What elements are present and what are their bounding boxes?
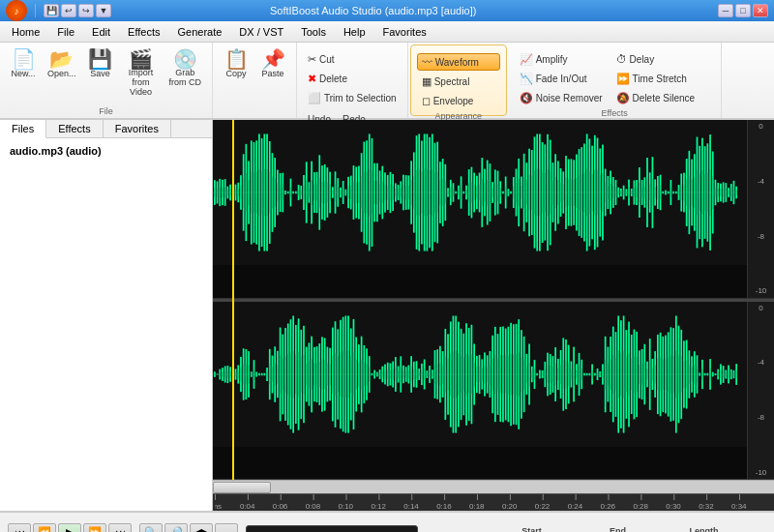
delete-button[interactable]: ✖ Delete xyxy=(303,70,402,87)
menu-effects[interactable]: Effects xyxy=(120,23,167,41)
db-10-label-2: -10 xyxy=(756,468,767,477)
open-button[interactable]: 📂 Open... xyxy=(43,46,81,81)
window-title: SoftIBoost Audio Studio (audio.mp3 [audi… xyxy=(270,5,476,16)
titlebar-left: ♪ 💾 ↩ ↪ ▼ SoftIBoost Audio Studio (audio… xyxy=(6,0,476,21)
transport-buttons: ⏮ ⏪ ▶ ⏩ ⏭ ⏹ ⏸ ⏺ ⏮ ⏭ xyxy=(8,523,132,533)
import-button[interactable]: 🎬 Importfrom Video xyxy=(120,46,163,101)
ribbon-effects-section: 📈 Amplify 📉 Fade In/Out 🔇 Noise Remover … xyxy=(509,43,722,118)
fast-forward-button[interactable]: ⏩ xyxy=(83,523,106,533)
menu-file[interactable]: File xyxy=(49,23,82,41)
zoom-out-button[interactable]: 🔎 xyxy=(164,523,188,533)
menu-edit[interactable]: Edit xyxy=(84,23,118,41)
import-icon: 🎬 xyxy=(129,49,153,69)
ribbon: 📄 New... 📂 Open... 💾 Save 🎬 Importfrom V… xyxy=(0,43,774,120)
ribbon-clipboard-buttons: 📋 Copy 📌 Paste xyxy=(219,46,290,114)
new-button[interactable]: 📄 New... xyxy=(6,46,41,81)
panel-tabs: Files Effects Favorites xyxy=(0,120,212,138)
ribbon-appearance-section: 〰 Waveform ▦ Spectral ◻ Envelope Appeara… xyxy=(410,44,507,116)
amplify-button[interactable]: 📈 Amplify xyxy=(515,50,608,68)
ribbon-file-section: 📄 New... 📂 Open... 💾 Save 🎬 Importfrom V… xyxy=(0,43,213,118)
grab-icon: 💿 xyxy=(173,49,197,69)
titlebar: ♪ 💾 ↩ ↪ ▼ SoftIBoost Audio Studio (audio… xyxy=(0,0,774,21)
transport-bar: ⏮ ⏪ ▶ ⏩ ⏭ ⏹ ⏸ ⏺ ⏮ ⏭ 🔍 🔎 ◀▶ ↔ ↕ ↕ ⊙ ⊡ 00:… xyxy=(0,511,774,532)
toolbar-save-icon[interactable]: 💾 xyxy=(44,4,59,17)
delay-button[interactable]: ⏱ Delay xyxy=(611,50,700,68)
amplify-icon: 📈 xyxy=(520,53,533,66)
file-list: audio.mp3 (audio) xyxy=(0,138,212,511)
envelope-icon: ◻ xyxy=(422,95,431,107)
deletesilence-icon: 🔕 xyxy=(616,92,630,104)
menu-home[interactable]: Home xyxy=(4,23,47,41)
app-logo: ♪ xyxy=(6,0,27,21)
delay-icon: ⏱ xyxy=(616,53,627,65)
ribbon-clipboard-section: 📋 Copy 📌 Paste xyxy=(213,43,297,118)
go-start-button[interactable]: ⏮ xyxy=(8,523,31,533)
play-button[interactable]: ▶ xyxy=(58,523,81,533)
zoom-in-button[interactable]: 🔍 xyxy=(139,523,163,533)
close-button[interactable]: ✕ xyxy=(753,4,768,17)
paste-icon: 📌 xyxy=(261,49,285,69)
file-item[interactable]: audio.mp3 (audio) xyxy=(4,142,208,160)
toolbar-undo-icon[interactable]: ↩ xyxy=(61,4,76,17)
db-4-label: -4 xyxy=(758,177,764,186)
db-8-label: -8 xyxy=(758,232,764,241)
zoom-fit-button[interactable]: ↔ xyxy=(215,523,238,533)
start-header: Start xyxy=(491,526,573,533)
trim-button[interactable]: ⬜ Trim to Selection xyxy=(303,89,402,106)
tab-effects[interactable]: Effects xyxy=(46,120,103,137)
go-end-button[interactable]: ⏭ xyxy=(108,523,132,533)
window-controls: ─ □ ✕ xyxy=(718,4,768,17)
end-header: End xyxy=(577,526,659,533)
copy-icon: 📋 xyxy=(224,49,249,69)
fade-button[interactable]: 📉 Fade In/Out xyxy=(515,70,608,87)
timestretch-icon: ⏩ xyxy=(616,73,630,85)
save-button[interactable]: 💾 Save xyxy=(83,46,118,81)
noise-icon: 🔇 xyxy=(520,92,533,104)
spectral-button[interactable]: ▦ Spectral xyxy=(417,73,500,90)
ribbon-file-buttons: 📄 New... 📂 Open... 💾 Save 🎬 Importfrom V… xyxy=(6,46,206,104)
paste-button[interactable]: 📌 Paste xyxy=(255,46,290,81)
file-section-label: File xyxy=(6,104,206,116)
menu-help[interactable]: Help xyxy=(336,23,373,41)
menu-dxvst[interactable]: DX / VST xyxy=(231,23,291,41)
waveform-button[interactable]: 〰 Waveform xyxy=(417,53,500,71)
waveform-area[interactable]: 0 -4 -8 -10 0 -4 -8 -10 xyxy=(213,120,774,511)
minimize-button[interactable]: ─ xyxy=(718,4,733,17)
toolbar-dropdown-icon[interactable]: ▼ xyxy=(96,4,111,17)
tab-favorites[interactable]: Favorites xyxy=(104,120,171,137)
copy-button[interactable]: 📋 Copy xyxy=(219,46,253,81)
length-header: Length xyxy=(663,526,745,533)
ribbon-edit-section: ✂ Cut ✖ Delete ⬜ Trim to Selection Undo … xyxy=(297,43,408,118)
left-panel: Files Effects Favorites audio.mp3 (audio… xyxy=(0,120,213,511)
menu-generate[interactable]: Generate xyxy=(169,23,229,41)
trim-icon: ⬜ xyxy=(308,92,321,104)
delete-icon: ✖ xyxy=(308,73,316,85)
db-4-label-2: -4 xyxy=(758,358,764,367)
horizontal-scrollbar[interactable] xyxy=(213,480,774,493)
grab-button[interactable]: 💿 Grabfrom CD xyxy=(164,46,207,91)
db-8-label-2: -8 xyxy=(758,413,764,422)
zoom-selection-button[interactable]: ◀▶ xyxy=(190,523,213,533)
timeline xyxy=(213,493,774,511)
cut-button[interactable]: ✂ Cut xyxy=(303,50,402,68)
waveform-channel-1[interactable]: 0 -4 -8 -10 xyxy=(213,120,774,299)
waveform-channel-2[interactable]: 0 -4 -8 -10 xyxy=(213,302,774,481)
tab-files[interactable]: Files xyxy=(0,120,46,138)
db-0-label: 0 xyxy=(759,122,762,131)
main-content: Files Effects Favorites audio.mp3 (audio… xyxy=(0,120,774,511)
menu-tools[interactable]: Tools xyxy=(293,23,334,41)
fade-icon: 📉 xyxy=(520,73,533,85)
maximize-button[interactable]: □ xyxy=(735,4,751,17)
rewind-button[interactable]: ⏪ xyxy=(33,523,56,533)
menu-favorites[interactable]: Favorites xyxy=(375,23,434,41)
envelope-button[interactable]: ◻ Envelope xyxy=(417,92,500,109)
deletesilence-button[interactable]: 🔕 Delete Silence xyxy=(611,89,700,106)
scrollbar-thumb[interactable] xyxy=(213,482,271,493)
info-panel: Start End Length Selection 00:00:00.000 … xyxy=(433,526,745,533)
toolbar-redo-icon[interactable]: ↪ xyxy=(78,4,94,17)
zoom-controls: 🔍 🔎 ◀▶ ↔ ↕ ↕ ⊙ ⊡ xyxy=(139,523,238,533)
waveform-container: 0 -4 -8 -10 0 -4 -8 -10 xyxy=(213,120,774,480)
timestretch-button[interactable]: ⏩ Time Stretch xyxy=(611,70,700,87)
noise-button[interactable]: 🔇 Noise Remover xyxy=(515,89,608,106)
db-10-label: -10 xyxy=(756,286,767,295)
